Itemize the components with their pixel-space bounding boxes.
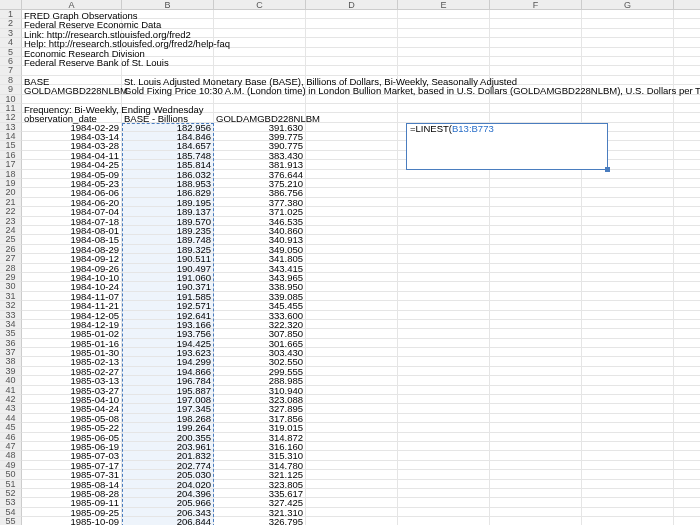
cell[interactable] — [306, 113, 398, 122]
cell[interactable] — [490, 433, 582, 442]
cell[interactable]: 1984-03-14 — [22, 132, 122, 141]
cell[interactable] — [22, 48, 122, 57]
cell[interactable]: 1984-09-12 — [22, 254, 122, 263]
cell[interactable] — [674, 29, 700, 38]
cell[interactable] — [582, 292, 674, 301]
cell[interactable] — [582, 367, 674, 376]
cell[interactable] — [398, 461, 490, 470]
spreadsheet-grid[interactable]: ABCDEFGH123456789101112131984-02-29182.9… — [0, 0, 700, 525]
cell[interactable] — [582, 48, 674, 57]
cell[interactable]: 335.617 — [214, 489, 306, 498]
cell[interactable] — [398, 517, 490, 525]
cell[interactable] — [582, 451, 674, 460]
cell[interactable] — [122, 57, 214, 66]
cell[interactable]: 321.125 — [214, 470, 306, 479]
cell[interactable] — [122, 10, 214, 19]
cell[interactable]: 190.497 — [122, 264, 214, 273]
cell[interactable]: 189.195 — [122, 198, 214, 207]
cell[interactable]: 1985-05-22 — [22, 423, 122, 432]
cell[interactable] — [306, 461, 398, 470]
cell[interactable]: 391.630 — [214, 123, 306, 132]
cell[interactable] — [490, 264, 582, 273]
cell[interactable]: 381.913 — [214, 160, 306, 169]
cell[interactable]: 316.160 — [214, 442, 306, 451]
cell[interactable]: 1984-07-18 — [22, 217, 122, 226]
cell[interactable] — [398, 292, 490, 301]
cell[interactable] — [306, 273, 398, 282]
cell[interactable] — [490, 226, 582, 235]
cell[interactable] — [490, 395, 582, 404]
cell[interactable]: 1984-05-09 — [22, 170, 122, 179]
col-header-A[interactable]: A — [22, 0, 122, 10]
cell[interactable] — [398, 207, 490, 216]
cell[interactable]: 190.371 — [122, 282, 214, 291]
cell[interactable]: 1985-01-02 — [22, 329, 122, 338]
cell[interactable] — [674, 113, 700, 122]
cell[interactable] — [490, 38, 582, 47]
cell[interactable] — [306, 480, 398, 489]
cell[interactable]: 371.025 — [214, 207, 306, 216]
cell[interactable] — [490, 48, 582, 57]
cell[interactable] — [398, 10, 490, 19]
cell[interactable]: 185.748 — [122, 151, 214, 160]
cell[interactable] — [582, 414, 674, 423]
cell[interactable]: 346.535 — [214, 217, 306, 226]
cell[interactable]: 1985-09-25 — [22, 508, 122, 517]
cell[interactable] — [490, 423, 582, 432]
col-header-B[interactable]: B — [122, 0, 214, 10]
cell[interactable] — [674, 170, 700, 179]
cell[interactable] — [398, 348, 490, 357]
cell[interactable] — [582, 113, 674, 122]
cell[interactable] — [306, 508, 398, 517]
cell[interactable] — [674, 433, 700, 442]
cell[interactable]: 184.846 — [122, 132, 214, 141]
cell[interactable] — [122, 48, 214, 57]
cell[interactable] — [490, 66, 582, 75]
cell[interactable]: 303.430 — [214, 348, 306, 357]
cell[interactable]: 1985-05-08 — [22, 414, 122, 423]
cell[interactable] — [122, 85, 214, 94]
cell[interactable] — [122, 113, 214, 122]
cell[interactable] — [674, 123, 700, 132]
cell[interactable] — [674, 480, 700, 489]
cell[interactable] — [306, 386, 398, 395]
cell[interactable] — [582, 404, 674, 413]
cell[interactable] — [490, 480, 582, 489]
cell[interactable] — [490, 404, 582, 413]
cell[interactable] — [22, 95, 122, 104]
cell[interactable]: 1984-08-29 — [22, 245, 122, 254]
cell[interactable]: 189.748 — [122, 235, 214, 244]
cell[interactable] — [306, 198, 398, 207]
cell[interactable] — [490, 311, 582, 320]
cell[interactable]: 1984-05-23 — [22, 179, 122, 188]
cell[interactable]: 339.085 — [214, 292, 306, 301]
cell[interactable] — [582, 38, 674, 47]
cell[interactable] — [306, 48, 398, 57]
cell[interactable] — [398, 264, 490, 273]
cell[interactable]: 189.570 — [122, 217, 214, 226]
cell[interactable]: 327.895 — [214, 404, 306, 413]
cell[interactable] — [490, 517, 582, 525]
cell[interactable]: 182.956 — [122, 123, 214, 132]
cell[interactable] — [582, 470, 674, 479]
cell[interactable] — [674, 85, 700, 94]
col-header-H[interactable]: H — [674, 0, 700, 10]
cell[interactable] — [214, 95, 306, 104]
cell[interactable]: 199.264 — [122, 423, 214, 432]
cell[interactable]: 314.780 — [214, 461, 306, 470]
cell[interactable] — [22, 76, 122, 85]
cell[interactable] — [674, 207, 700, 216]
cell[interactable] — [490, 113, 582, 122]
cell[interactable] — [674, 404, 700, 413]
cell[interactable]: 1985-10-09 — [22, 517, 122, 525]
cell[interactable] — [398, 320, 490, 329]
cell[interactable]: 327.425 — [214, 498, 306, 507]
cell[interactable] — [306, 414, 398, 423]
cell[interactable] — [490, 104, 582, 113]
cell[interactable] — [214, 38, 306, 47]
cell[interactable] — [582, 217, 674, 226]
cell[interactable]: 307.850 — [214, 329, 306, 338]
cell[interactable] — [674, 198, 700, 207]
cell[interactable]: 288.985 — [214, 376, 306, 385]
cell[interactable] — [122, 66, 214, 75]
